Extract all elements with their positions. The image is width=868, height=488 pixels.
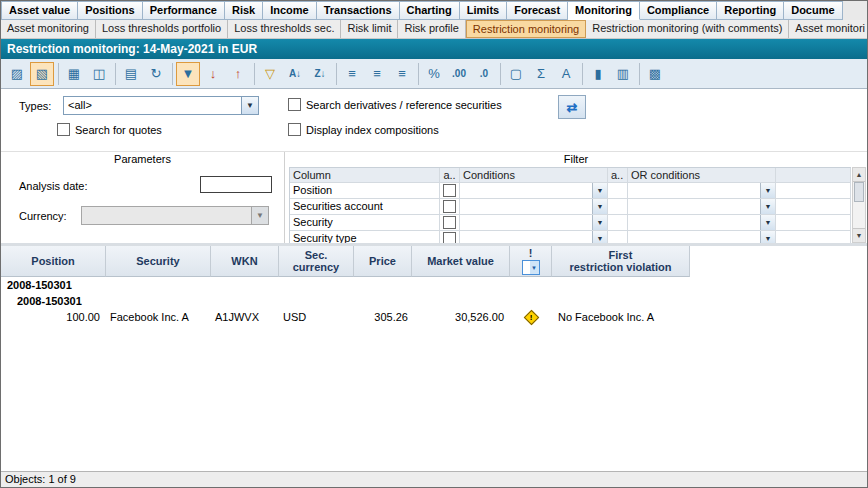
group-row-portfolio[interactable]: 2008-150301 [1,277,867,293]
font-icon[interactable]: A [554,62,578,86]
chart-bar-icon[interactable]: ▥ [611,62,635,86]
tab-asset-value[interactable]: Asset value [1,1,78,20]
display-index-checkbox[interactable] [288,123,301,136]
col-wkn[interactable]: WKN [211,246,279,277]
results-header-row: Position Security WKN Sec. currency Pric… [1,246,867,277]
condition-dropdown[interactable]: ▼ [460,199,608,215]
tab-positions[interactable]: Positions [78,1,143,20]
tab-monitoring[interactable]: Monitoring [568,1,640,20]
tab-risk[interactable]: Risk [225,1,263,20]
filter-active-checkbox[interactable] [443,184,456,197]
or-condition-dropdown[interactable]: ▼ [628,183,776,199]
tab-compliance[interactable]: Compliance [640,1,717,20]
filter-active-checkbox[interactable] [443,200,456,213]
result-row-facebook[interactable]: 100.00 Facebook Inc. A A1JWVX USD 305.26… [1,309,867,326]
search-for-quotes-checkbox[interactable] [57,123,70,136]
grid-icon[interactable]: ▩ [643,62,667,86]
percent-icon[interactable]: % [422,62,446,86]
align-center-icon[interactable]: ≡ [365,62,389,86]
scrollbar-thumb[interactable] [854,182,864,202]
tab-limits[interactable]: Limits [460,1,507,20]
tab-reporting[interactable]: Reporting [717,1,784,20]
subtab-asset-monitoring-2[interactable]: Asset monitori [789,20,867,38]
condition-dropdown[interactable]: ▼ [460,215,608,231]
col-first-restriction-violation[interactable]: First restriction violation [552,246,690,277]
condition-dropdown[interactable]: ▼ [460,183,608,199]
analysis-date-input[interactable] [200,176,272,193]
tab-charting[interactable]: Charting [400,1,460,20]
scroll-up-icon[interactable]: ▲ [853,168,865,182]
col-sec-currency[interactable]: Sec. currency [279,246,354,277]
refresh-search-button[interactable]: ⇄ [558,95,586,119]
filter-col-empty [776,168,851,183]
filter-grid-header-row: Column a.. Conditions a.. OR conditions [290,168,851,183]
filter-active-checkbox[interactable] [443,216,456,229]
toolbar-separator [639,63,640,85]
col-market-value[interactable]: Market value [412,246,510,277]
new-window-icon[interactable]: ▢ [504,62,528,86]
col-position[interactable]: Position [1,246,106,277]
refresh-data-icon[interactable]: ↻ [144,62,168,86]
tab-forecast[interactable]: Forecast [507,1,568,20]
col-price[interactable]: Price [354,246,412,277]
display-index-label: Display index compositions [306,124,439,136]
chevron-down-icon[interactable]: ▼ [251,207,268,224]
scroll-down-icon[interactable]: ▼ [853,228,865,242]
currency-dropdown[interactable]: ▼ [81,206,269,225]
chevron-down-icon[interactable]: ▼ [241,97,258,114]
search-derivatives-checkbox[interactable] [288,98,301,111]
sort-ascending-icon[interactable]: A↓ [283,62,307,86]
chevron-down-icon[interactable]: ▼ [760,183,775,198]
chart-column-icon[interactable]: ▮ [586,62,610,86]
subtab-restriction-monitoring-comments[interactable]: Restriction monitoring (with comments) [586,20,789,38]
chevron-down-icon[interactable]: ▼ [592,215,607,230]
column-view-icon[interactable]: ◫ [87,62,111,86]
search-derivatives-option[interactable]: Search derivatives / reference securitie… [288,98,502,111]
chevron-down-icon[interactable]: ▼ [760,199,775,214]
parameters-filter-band: Parameters Analysis date: Currency: ▼ Fi… [1,151,867,244]
filter-col-a1: a.. [440,168,460,183]
filter-scrollbar[interactable]: ▲ ▼ [852,167,866,243]
move-row-up-icon[interactable]: ↑ [226,62,250,86]
group-row-account[interactable]: 2008-150301 [1,293,867,309]
funnel-filter-icon[interactable]: ▽ [258,62,282,86]
display-index-option[interactable]: Display index compositions [288,123,439,136]
filter-grid: Column a.. Conditions a.. OR conditions … [289,167,851,244]
col-violation-flag[interactable]: ! ▼ [510,246,552,277]
subtab-risk-limit[interactable]: Risk limit [341,20,398,38]
col-security[interactable]: Security [106,246,211,277]
filter-row-label: Position [290,183,440,199]
remove-decimal-icon[interactable]: .0 [472,62,496,86]
add-decimal-icon[interactable]: .00 [447,62,471,86]
table-view-icon[interactable]: ▦ [62,62,86,86]
subtab-loss-thresholds-sec[interactable]: Loss thresholds sec. [228,20,341,38]
subtab-asset-monitoring[interactable]: Asset monitoring [1,20,96,38]
filter-highlight-icon[interactable]: ▼ [176,62,200,86]
sort-descending-icon[interactable]: Z↓ [308,62,332,86]
chevron-down-icon[interactable]: ▼ [592,199,607,214]
subtab-restriction-monitoring[interactable]: Restriction monitoring [466,20,586,38]
tab-income[interactable]: Income [263,1,317,20]
move-row-down-icon[interactable]: ↓ [201,62,225,86]
analysis-date-label: Analysis date: [19,180,87,192]
chevron-down-icon[interactable]: ▼ [760,215,775,230]
subtab-risk-profile[interactable]: Risk profile [398,20,465,38]
tab-transactions[interactable]: Transactions [317,1,400,20]
chart-zoom-icon[interactable]: ▧ [30,62,54,86]
violation-filter-dropdown[interactable]: ▼ [522,260,540,275]
align-left-icon[interactable]: ≡ [340,62,364,86]
align-right-icon[interactable]: ≡ [390,62,414,86]
subtab-loss-thresholds-portfolio[interactable]: Loss thresholds portfolio [96,20,228,38]
chevron-down-icon[interactable]: ▼ [592,183,607,198]
types-dropdown[interactable]: <all> ▼ [63,96,259,115]
types-label: Types: [19,100,51,112]
chart-profile-icon[interactable]: ▨ [5,62,29,86]
or-condition-dropdown[interactable]: ▼ [628,199,776,215]
tab-performance[interactable]: Performance [143,1,225,20]
or-condition-dropdown[interactable]: ▼ [628,215,776,231]
tab-documents[interactable]: Docume [784,1,842,20]
search-for-quotes-option[interactable]: Search for quotes [57,123,162,136]
search-derivatives-label: Search derivatives / reference securitie… [306,99,502,111]
sum-icon[interactable]: Σ [529,62,553,86]
print-icon[interactable]: ▤ [119,62,143,86]
